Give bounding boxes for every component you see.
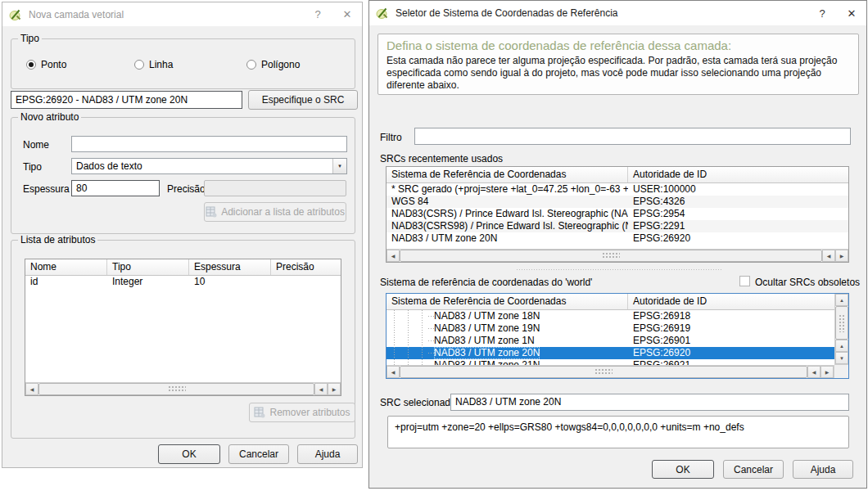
column-header[interactable]: Nome: [25, 259, 107, 275]
scroll-left-icon[interactable]: ◀: [822, 250, 835, 262]
type-combobox-value: Dados de texto: [76, 160, 142, 172]
scrollbar-thumb[interactable]: [38, 383, 314, 395]
scroll-left-icon[interactable]: ◀: [387, 366, 400, 378]
filter-input[interactable]: [414, 128, 851, 145]
new-attribute-group-label: Novo atributo: [18, 111, 81, 123]
help-button[interactable]: Ajuda: [793, 460, 853, 479]
radio-ponto[interactable]: Ponto: [26, 59, 66, 70]
scroll-right-icon[interactable]: ▶: [835, 250, 848, 262]
radio-linha[interactable]: Linha: [134, 59, 173, 70]
attribute-table[interactable]: Nome Tipo Espessura Precisão id Integer …: [25, 259, 341, 396]
qgis-icon: [9, 8, 22, 21]
scrollbar-grip: [594, 368, 613, 376]
column-header[interactable]: Tipo: [107, 259, 189, 275]
specify-crs-button[interactable]: Especifique o SRC: [248, 90, 358, 110]
recent-row[interactable]: WGS 84 EPSG:4326: [387, 196, 848, 208]
recent-row[interactable]: * SRC gerado (+proj=stere +lat_0=47.25 +…: [387, 183, 848, 196]
name-input[interactable]: [71, 136, 347, 152]
column-header[interactable]: Autoridade de ID: [628, 294, 834, 309]
crs-name-cell: NAD83 / UTM zone 19N: [434, 322, 540, 335]
scroll-right-icon[interactable]: ▶: [821, 366, 834, 378]
scrollbar-thumb[interactable]: [400, 366, 807, 378]
crs-display-field[interactable]: EPSG:26920 - NAD83 / UTM zone 20N: [11, 91, 242, 109]
cancel-button[interactable]: Cancelar: [723, 460, 784, 479]
vertical-scrollbar[interactable]: ▲ ▲ ▼: [834, 294, 848, 365]
column-header[interactable]: Sistema de Referência de Coordenadas: [387, 294, 628, 309]
hide-obsolete-checkbox[interactable]: [739, 276, 750, 286]
scroll-up-icon[interactable]: ▲: [835, 294, 848, 306]
selected-crs-field[interactable]: NAD83 / UTM zone 20N: [450, 394, 849, 411]
cancel-button[interactable]: Cancelar: [228, 444, 289, 464]
type-groupbox: Tipo Ponto Linha Polígono: [11, 38, 355, 89]
qgis-icon: [376, 7, 389, 20]
close-icon[interactable]: ✕: [837, 1, 866, 25]
horizontal-scrollbar[interactable]: ◀ ◀ ▶: [25, 382, 341, 395]
crs-tree-row-selected[interactable]: NAD83 / UTM zone 20N EPSG:26920: [387, 347, 834, 359]
horizontal-scrollbar[interactable]: ◀ ◀ ▶: [387, 249, 848, 262]
titlebar[interactable]: Seletor de Sistema de Coordenadas de Ref…: [369, 1, 866, 25]
type-label: Tipo: [23, 161, 42, 173]
radio-poligono[interactable]: Polígono: [246, 59, 300, 70]
proj4-definition: +proj=utm +zone=20 +ellps=GRS80 +towgs84…: [387, 416, 849, 448]
column-header[interactable]: Precisão: [271, 259, 341, 275]
scroll-down-icon[interactable]: ▼: [835, 352, 848, 364]
crs-table-header[interactable]: Sistema de Referência de Coordenadas Aut…: [387, 294, 834, 310]
attribute-list-groupbox: Lista de atributos Nome Tipo Espessura P…: [11, 240, 355, 439]
add-attribute-label: Adicionar a lista de atributos: [221, 206, 345, 218]
crs-authid-cell: EPSG:26920: [628, 232, 848, 245]
remove-attribute-icon: [254, 407, 265, 418]
chevron-down-icon[interactable]: ▼: [332, 159, 346, 173]
attribute-list-group-label: Lista de atributos: [18, 234, 97, 246]
horizontal-scrollbar[interactable]: ◀ ◀ ▶: [387, 365, 834, 378]
titlebar[interactable]: Nova camada vetorial ? ✕: [2, 2, 362, 26]
scroll-left-icon[interactable]: ◀: [387, 250, 400, 262]
crs-name-cell: NAD83 / UTM zone 18N: [434, 310, 540, 322]
scrollbar-grip: [602, 252, 620, 259]
crs-tree-row[interactable]: NAD83 / UTM zone 18N EPSG:26918: [387, 310, 834, 322]
new-attribute-groupbox: Novo atributo Nome Tipo Dados de texto ▼…: [11, 117, 355, 234]
crs-name-cell: WGS 84: [387, 196, 628, 208]
table-row[interactable]: id Integer 10: [25, 276, 341, 288]
width-input[interactable]: 80: [71, 180, 160, 196]
attr-width-cell: 10: [189, 276, 271, 288]
recent-row[interactable]: NAD83 / UTM zone 20N EPSG:26920: [387, 232, 848, 245]
recent-row[interactable]: NAD83(CSRS98) / Prince Edward Isl. Stere…: [387, 220, 848, 232]
scrollbar-thumb[interactable]: [835, 306, 848, 340]
remove-attribute-button[interactable]: Remover atributos: [249, 403, 355, 422]
help-icon[interactable]: ?: [303, 2, 332, 26]
crs-tree-row[interactable]: NAD83 / UTM zone 1N EPSG:26901: [387, 335, 834, 347]
column-header[interactable]: Autoridade de ID: [628, 167, 848, 182]
close-icon[interactable]: ✕: [332, 2, 362, 26]
scroll-left-icon[interactable]: ◀: [807, 366, 821, 378]
crs-authid-cell: EPSG:26901: [628, 335, 834, 347]
help-button[interactable]: Ajuda: [297, 444, 358, 464]
scroll-up-icon[interactable]: ▲: [835, 340, 848, 352]
splitter-handle[interactable]: [517, 268, 721, 271]
recent-crs-table[interactable]: Sistema de Referência de Coordenadas Aut…: [386, 166, 849, 263]
type-combobox[interactable]: Dados de texto ▼: [71, 158, 347, 174]
attribute-table-header[interactable]: Nome Tipo Espessura Precisão: [25, 259, 341, 276]
crs-tree-row[interactable]: NAD83 / UTM zone 19N EPSG:26919: [387, 322, 834, 335]
column-header[interactable]: Sistema de Referência de Coordenadas: [387, 167, 628, 182]
scrollbar-thumb[interactable]: [400, 250, 822, 262]
scroll-right-icon[interactable]: ▶: [328, 383, 341, 395]
precision-input[interactable]: [204, 180, 346, 196]
ok-button[interactable]: OK: [158, 444, 220, 464]
crs-authid-cell: USER:100000: [628, 183, 848, 196]
crs-name-cell: NAD83(CSRS) / Prince Edward Isl. Stereog…: [387, 208, 628, 220]
tree-indent: [387, 310, 434, 322]
scroll-left-icon[interactable]: ◀: [25, 383, 38, 395]
help-icon[interactable]: ?: [807, 1, 837, 25]
recent-table-header[interactable]: Sistema de Referência de Coordenadas Aut…: [387, 167, 848, 183]
filter-label: Filtro: [380, 132, 402, 143]
scroll-left-icon[interactable]: ◀: [314, 383, 328, 395]
recent-row[interactable]: NAD83(CSRS) / Prince Edward Isl. Stereog…: [387, 208, 848, 220]
ok-button[interactable]: OK: [652, 460, 714, 479]
crs-authid-cell: EPSG:26919: [628, 322, 834, 335]
dialog-button-row: OK Cancelar Ajuda: [652, 460, 853, 479]
crs-tree-table[interactable]: Sistema de Referência de Coordenadas Aut…: [386, 293, 849, 379]
add-attribute-button[interactable]: Adicionar a lista de atributos: [204, 202, 346, 222]
world-crs-label: Sistema de referência de coordenadas do …: [380, 277, 592, 288]
tree-indent: [387, 335, 434, 347]
column-header[interactable]: Espessura: [189, 259, 271, 275]
